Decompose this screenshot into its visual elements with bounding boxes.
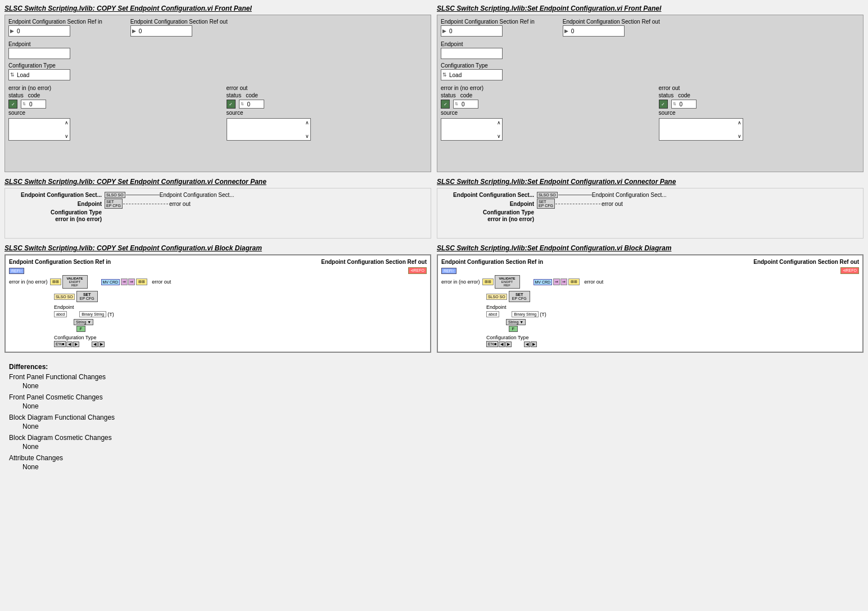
right-error-out-source[interactable]: ∧ ∨ xyxy=(659,118,743,141)
diff-fp-functional-val: None xyxy=(22,382,859,390)
left-bd-title: SLSC Switch Scripting.lvlib: COPY Set En… xyxy=(4,244,431,252)
left-bd-arrow-right: ▶ xyxy=(73,342,79,347)
right-conn-set-ep-cfg-box: SET EP CFG xyxy=(537,199,555,209)
right-bd-binary-string-t: (T) xyxy=(540,312,546,317)
right-bd-f-box: F xyxy=(509,326,518,332)
diff-fp-cosmetic-val: None xyxy=(22,402,859,410)
left-bd-ep-ref-out: Endpoint Configuration Section Ref out xyxy=(321,259,427,265)
left-ep-ref-out-input[interactable]: ▶ 0 xyxy=(130,25,192,37)
right-bd-title: SLSC Switch Scripting.lvlib:Set Endpoint… xyxy=(437,244,864,252)
right-bd-sign1: ⇒ xyxy=(553,278,560,285)
right-source-label: source xyxy=(441,110,642,116)
left-bd-slso-so: SLSO SO xyxy=(54,294,75,300)
left-front-panel: Endpoint Configuration Section Ref in ▶ … xyxy=(4,15,431,172)
left-code-input[interactable]: ⇅ 0 xyxy=(21,100,46,109)
left-error-out-code[interactable]: ⇅ 0 xyxy=(239,100,264,109)
left-error-out-code-label: code xyxy=(246,92,258,98)
right-bd-binary-string: Binary String xyxy=(512,311,539,317)
right-front-panel: Endpoint Configuration Section Ref in ▶ … xyxy=(437,15,864,172)
left-bd-string-dropdown: String ▼ xyxy=(74,319,93,325)
left-conn-dashed-line xyxy=(123,204,168,204)
left-source-label: source xyxy=(8,110,210,116)
left-ep-ref-in-input[interactable]: ▶ 0 xyxy=(8,25,70,37)
right-config-type-enum[interactable]: ⇅ Load xyxy=(441,69,503,80)
right-bd-config-type-label: Configuration Type xyxy=(486,335,528,340)
right-bd-enum-type: E%■ xyxy=(486,341,498,347)
right-bd-string-dropdown: String ▼ xyxy=(506,319,526,325)
left-endpoint-input[interactable] xyxy=(8,48,70,59)
left-bd-binary-string: Binary String xyxy=(79,311,106,317)
right-endpoint-input[interactable] xyxy=(441,48,503,59)
left-error-out-bool[interactable]: ✓ xyxy=(227,100,236,109)
left-error-out-source[interactable]: ∧ ∨ xyxy=(227,118,311,141)
left-bd-ep-ref-in: Endpoint Configuration Section Ref in xyxy=(9,259,111,265)
left-conn-error-in-label: error in (no error) xyxy=(8,216,104,222)
right-error-out-bool[interactable]: ✓ xyxy=(659,100,668,109)
right-conn-error-out-label: error out xyxy=(602,201,623,207)
left-status-bool[interactable]: ✓ xyxy=(8,100,17,109)
right-connector-pane: Endpoint Configuration Sect... SLSO SO E… xyxy=(437,188,864,239)
left-endpoint-label: Endpoint xyxy=(8,41,427,47)
left-connector-pane: Endpoint Configuration Sect... SLSO SO E… xyxy=(4,188,431,239)
right-block-diagram: Endpoint Configuration Section Ref in En… xyxy=(437,254,864,353)
diff-attribute-cat: Attribute Changes xyxy=(9,454,859,462)
diff-bd-functional-cat: Block Diagram Functional Changes xyxy=(9,414,859,421)
left-conn-error-out-label: error out xyxy=(169,201,191,207)
left-bd-ref-out-terminal: ⊲REFO xyxy=(408,267,427,274)
right-bd-endpoint-label: Endpoint xyxy=(486,304,507,310)
left-conn-endpoint-label: Endpoint xyxy=(8,201,104,207)
right-conn-slso-so-box: SLSO SO xyxy=(537,192,558,198)
left-conn-slso-so-box: SLSO SO xyxy=(105,192,125,198)
left-connector-pane-title: SLSC Switch Scripting.lvlib: COPY Set En… xyxy=(4,178,431,186)
right-conn-config-type-label: Configuration Type xyxy=(441,209,536,215)
right-code-input[interactable]: ⇅ 0 xyxy=(453,100,478,109)
right-bd-abcd-box: abcd xyxy=(486,311,499,317)
right-ep-ref-in-label: Endpoint Configuration Section Ref in xyxy=(441,19,535,25)
left-conn-ep-config-sect-label: Endpoint Configuration Sect... xyxy=(8,192,104,198)
left-conn-set-ep-cfg-box: SET EP CFG xyxy=(105,199,123,209)
left-error-out-source-label: source xyxy=(227,110,428,116)
right-ep-ref-out-input[interactable]: ▶ 0 xyxy=(563,25,625,37)
right-config-type-label: Configuration Type xyxy=(441,62,860,69)
right-bd-ref-in-terminal: REFI↑ xyxy=(441,268,456,274)
left-source-textarea[interactable]: ∧ ∨ xyxy=(8,118,70,141)
right-error-out-status-label: status xyxy=(659,92,674,98)
left-bd-arrow-left: ◀ xyxy=(66,342,73,347)
left-error-out-label: error out xyxy=(227,85,428,91)
differences-section: Differences: Front Panel Functional Chan… xyxy=(4,358,864,479)
left-conn-line1 xyxy=(126,195,160,195)
right-bd-slso-so: SLSO SO xyxy=(486,294,507,300)
right-error-out-code-label: code xyxy=(678,92,690,98)
left-ep-ref-out-label: Endpoint Configuration Section Ref out xyxy=(130,19,228,25)
left-ep-ref-in-label: Endpoint Configuration Section Ref in xyxy=(8,19,102,25)
diff-bd-cosmetic-cat: Block Diagram Cosmetic Changes xyxy=(9,434,859,442)
right-bd-ref-out-terminal: ⊲REFO xyxy=(840,267,859,274)
left-bd-err-in-box: ⊞⊞ xyxy=(50,278,61,285)
right-source-textarea[interactable]: ∧ ∨ xyxy=(441,118,503,141)
right-conn-endpoint-label: Endpoint xyxy=(441,201,536,207)
diff-fp-functional-cat: Front Panel Functional Changes xyxy=(9,373,859,381)
left-bd-set-box: SET EP CFG xyxy=(76,291,98,302)
right-bd-error-in-text: error in (no error) xyxy=(441,279,480,285)
right-ep-ref-in-input[interactable]: ▶ 0 xyxy=(441,25,503,37)
right-bd-set-box: SET EP CFG xyxy=(509,291,530,302)
left-conn-ep-config-sect-out: Endpoint Configuration Sect... xyxy=(160,192,234,198)
left-status-label: status xyxy=(8,92,24,98)
right-conn-dashed-line xyxy=(555,204,600,204)
right-bd-ep-ref-in: Endpoint Configuration Section Ref in xyxy=(441,259,543,265)
right-bd-error-out-text: error out xyxy=(584,279,603,285)
left-block-diagram: Endpoint Configuration Section Ref in En… xyxy=(4,254,431,353)
left-bd-arrow-left2: ◀ xyxy=(92,342,98,347)
right-error-out-code[interactable]: ⇅ 0 xyxy=(671,100,697,109)
right-bd-arrow-left2: ◀ xyxy=(524,342,530,347)
left-front-panel-title: SLSC Switch Scripting.lvlib: COPY Set En… xyxy=(4,5,431,12)
right-status-bool[interactable]: ✓ xyxy=(441,100,450,109)
right-bd-ep-ref-out: Endpoint Configuration Section Ref out xyxy=(753,259,859,265)
left-bd-binary-string-t: (T) xyxy=(107,312,114,317)
left-config-type-enum[interactable]: ⇅ Load xyxy=(8,69,70,80)
right-bd-sign2: ⇒ xyxy=(560,278,567,285)
right-bd-validate-box: VALIDATE ENDPT REF xyxy=(495,275,520,289)
right-connector-pane-title: SLSC Switch Scripting.lvlib:Set Endpoint… xyxy=(437,178,864,186)
left-bd-error-out-text: error out xyxy=(152,279,171,285)
right-code-label: code xyxy=(460,92,473,98)
